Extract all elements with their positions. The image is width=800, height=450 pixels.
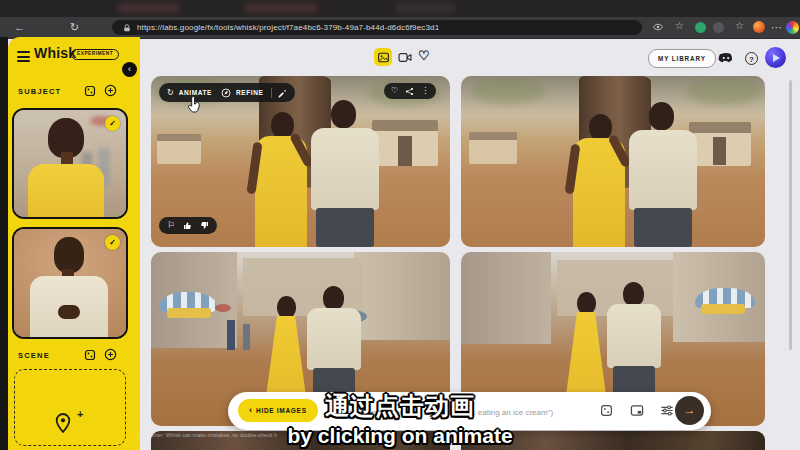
- lock-icon: [122, 23, 132, 33]
- refresh-icon[interactable]: ↻: [70, 17, 79, 38]
- extension-icon-green[interactable]: [695, 22, 706, 33]
- image-meta-toolbar: ♡ ⋮: [384, 83, 436, 99]
- submit-prompt-button[interactable]: →: [675, 396, 704, 425]
- discord-icon[interactable]: [718, 52, 734, 65]
- dice-icon[interactable]: [600, 404, 613, 417]
- subject-card-woman[interactable]: ✓: [12, 108, 128, 219]
- view-videos-button[interactable]: [398, 51, 412, 64]
- tab-thumbnail: [245, 3, 317, 13]
- thumbs-down-icon[interactable]: [200, 221, 209, 230]
- browser-logo-icon[interactable]: [753, 21, 765, 33]
- image-action-toolbar: ↻ ANIMATE REFINE: [159, 83, 295, 102]
- more-options-icon[interactable]: ⋮: [421, 87, 429, 95]
- report-flag-icon[interactable]: ⚐: [167, 221, 175, 230]
- play-logo-icon: [773, 54, 780, 62]
- selected-check-badge[interactable]: ✓: [105, 235, 120, 250]
- thumbs-up-icon[interactable]: [183, 221, 192, 230]
- account-avatar[interactable]: [765, 47, 786, 68]
- subtitle-chinese: 通过点击动画: [325, 390, 475, 422]
- extension-star-icon[interactable]: ☆: [735, 20, 744, 32]
- selected-check-badge[interactable]: ✓: [105, 116, 120, 131]
- subtitle-english: by clicking on animate: [287, 424, 512, 448]
- refine-button[interactable]: REFINE: [236, 89, 263, 96]
- view-favorites-heart-icon[interactable]: ♡: [418, 48, 430, 63]
- scrollbar[interactable]: [789, 80, 792, 350]
- plus-icon: +: [77, 408, 83, 420]
- collapse-sidebar-button[interactable]: ‹: [122, 62, 137, 77]
- profile-avatar-icon[interactable]: [786, 21, 799, 34]
- back-icon[interactable]: ←: [14, 17, 25, 38]
- app-title: Whisk: [34, 45, 76, 61]
- scene-section-label: SCENE: [18, 351, 50, 360]
- bookmark-star-icon[interactable]: ☆: [675, 20, 684, 32]
- favorite-heart-icon[interactable]: ♡: [391, 87, 398, 95]
- disclaimer-text: Disclaimer: Whisk can make mistakes, so …: [137, 432, 312, 438]
- help-icon[interactable]: ?: [745, 52, 758, 65]
- scene-add-button[interactable]: [104, 348, 117, 361]
- extension-icon-grey[interactable]: [713, 22, 724, 33]
- scene-dropzone[interactable]: +: [14, 369, 126, 446]
- location-pin-icon: [53, 412, 73, 434]
- hide-images-button[interactable]: ‹ HIDE IMAGES: [238, 399, 318, 422]
- experiment-badge: EXPERIMENT: [71, 49, 119, 60]
- subject-card-man[interactable]: ✓: [12, 227, 128, 339]
- share-icon[interactable]: [405, 87, 414, 96]
- hand-cursor-icon: [186, 95, 204, 115]
- refine-icon: [221, 88, 231, 98]
- tune-settings-icon[interactable]: [660, 404, 674, 417]
- tab-thumbnail: [118, 3, 180, 13]
- chevron-left-icon: ‹: [249, 406, 252, 415]
- subject-reroll-button[interactable]: [84, 85, 96, 97]
- reader-mode-icon[interactable]: [652, 21, 664, 33]
- tab-thumbnail: [395, 3, 455, 13]
- image-export-icon[interactable]: [630, 404, 644, 417]
- hide-images-label: HIDE IMAGES: [256, 407, 307, 414]
- my-library-button[interactable]: MY LIBRARY: [648, 49, 716, 68]
- menu-button[interactable]: [17, 51, 30, 65]
- url-text: https://labs.google/fx/tools/whisk/proje…: [137, 23, 439, 32]
- browser-tab-strip: [0, 0, 800, 17]
- generated-image-2[interactable]: [461, 76, 765, 247]
- window-edge: [0, 37, 8, 450]
- scene-reroll-button[interactable]: [84, 349, 96, 361]
- animate-icon: ↻: [167, 89, 174, 97]
- subject-add-button[interactable]: [104, 84, 117, 97]
- more-menu-icon[interactable]: ⋯: [771, 17, 782, 38]
- url-bar[interactable]: https://labs.google/fx/tools/whisk/proje…: [112, 20, 642, 35]
- village-scene-graphic: [461, 76, 765, 247]
- view-images-button[interactable]: [374, 48, 392, 66]
- subject-section-label: SUBJECT: [18, 87, 61, 96]
- edit-prompt-icon[interactable]: [277, 88, 287, 98]
- image-feedback-toolbar: ⚐: [159, 217, 217, 234]
